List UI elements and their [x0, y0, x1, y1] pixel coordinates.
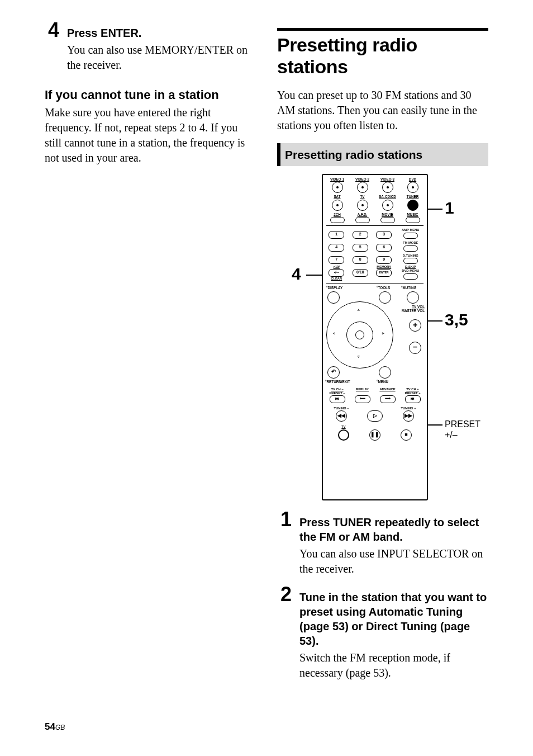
step-body-text: You can also use INPUT SELECTOR on the r…	[299, 546, 488, 577]
step-number: 2	[277, 584, 292, 604]
step-body-text: You can also use MEMORY/ENTER on the rec…	[67, 42, 256, 73]
step-1: 1 Press TUNER repeatedly to select the F…	[277, 509, 488, 577]
remote-diagram: 1 4 3,5 PRESET +/– VIDEO 1 VIDEO 2 VIDEO…	[277, 174, 488, 509]
page-number: 54	[45, 721, 55, 732]
subsection-bar: Presetting radio stations	[277, 143, 488, 166]
step-heading: Press ENTER.	[67, 26, 256, 40]
remote-body: VIDEO 1 VIDEO 2 VIDEO 3 DVD SAT TV SA-CD…	[322, 174, 428, 500]
section-intro: You can preset up to 30 FM stations and …	[277, 88, 488, 133]
callout-1: 1	[445, 200, 454, 216]
tuner-button-icon	[407, 200, 418, 211]
step-heading: Tune in the station that you want to pre…	[299, 590, 488, 648]
callout-3-5: 3,5	[445, 311, 468, 328]
step-4: 4 Press ENTER. You can also use MEMORY/E…	[45, 20, 256, 73]
step-2: 2 Tune in the station that you want to p…	[277, 584, 488, 681]
section-title: Presetting radio stations	[277, 34, 488, 78]
step-number: 1	[277, 509, 292, 530]
step-number: 4	[45, 20, 59, 40]
section-rule	[277, 28, 488, 31]
cannot-tune-heading: If you cannot tune in a station	[45, 87, 256, 103]
callout-4: 4	[292, 266, 301, 282]
callout-preset: PRESET +/–	[445, 419, 489, 440]
step-body-text: Switch the FM reception mode, if necessa…	[299, 650, 488, 681]
page-suffix: GB	[55, 724, 65, 731]
page-footer: 54GB	[45, 721, 65, 733]
cannot-tune-body: Make sure you have entered the right fre…	[45, 105, 256, 166]
step-heading: Press TUNER repeatedly to select the FM …	[299, 515, 488, 544]
